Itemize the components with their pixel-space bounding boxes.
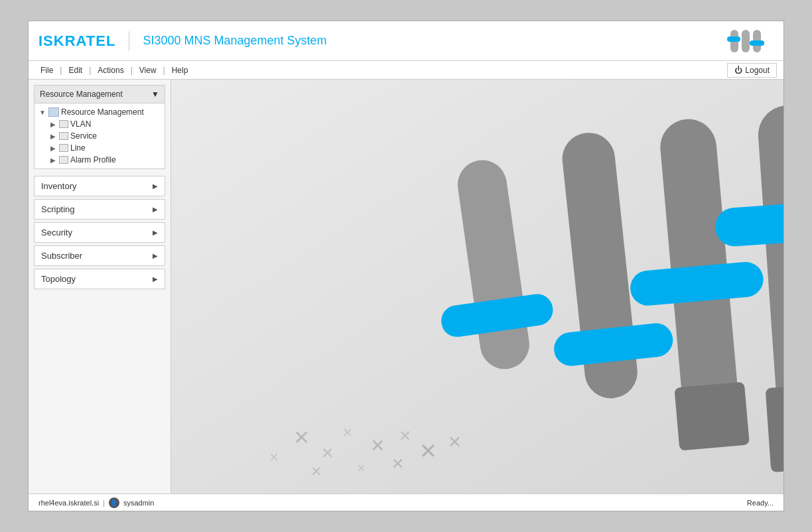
svg-text:✕: ✕: [399, 427, 411, 444]
tree-alarm-icon: [59, 156, 68, 164]
footer-right: Ready...: [747, 499, 774, 507]
svg-text:✕: ✕: [321, 444, 334, 462]
tree-line-toggle: ▶: [49, 145, 57, 152]
app-title: SI3000 MNS Management System: [143, 34, 326, 48]
svg-text:✕: ✕: [370, 435, 385, 456]
tree-item-alarm-profile[interactable]: ▶ Alarm Profile: [34, 154, 165, 166]
header-left: ISKRATEL SI3000 MNS Management System: [38, 31, 327, 51]
logout-label: Logout: [745, 66, 770, 75]
resource-tree: ▼ Resource Management ▶ VLAN ▶ Serv: [34, 103, 165, 168]
tree-vlan-icon: [59, 120, 68, 128]
svg-text:✕: ✕: [269, 450, 279, 464]
scripting-arrow-icon: ▶: [153, 206, 158, 213]
tree-line-icon: [59, 144, 68, 152]
tree-vlan-toggle: ▶: [49, 121, 57, 128]
svg-text:✕: ✕: [419, 439, 437, 463]
tree-root-label: Resource Management: [61, 107, 144, 117]
menu-view[interactable]: View: [134, 63, 162, 78]
footer: rhel4eva.iskratel.si | 👤 sysadmin Ready.…: [29, 494, 783, 511]
svg-text:✕: ✕: [342, 426, 353, 440]
svg-text:✕: ✕: [391, 455, 404, 472]
tree-item-service[interactable]: ▶ Service: [34, 130, 165, 142]
menu-sep-3: |: [129, 66, 134, 75]
tree-root-toggle: ▼: [38, 109, 46, 116]
menu-help[interactable]: Help: [167, 63, 194, 78]
svg-text:✕: ✕: [310, 464, 322, 479]
svg-rect-1: [742, 30, 750, 52]
footer-username: sysadmin: [123, 499, 154, 507]
svg-text:✕: ✕: [293, 427, 310, 448]
tree-item-vlan[interactable]: ▶ VLAN: [34, 118, 165, 130]
logo-iskratel: ISKRATEL: [38, 33, 115, 50]
sidebar-topology-label: Topology: [41, 274, 76, 284]
logout-button[interactable]: ⏻ Logout: [727, 63, 777, 78]
app-title-rest: Management System: [210, 34, 326, 47]
tree-vlan-label: VLAN: [70, 119, 91, 129]
sidebar-item-subscriber[interactable]: Subscriber ▶: [34, 245, 165, 266]
main: Resource Management ▼ ▼ Resource Managem…: [29, 80, 783, 494]
header: ISKRATEL SI3000 MNS Management System: [29, 21, 783, 61]
svg-rect-4: [750, 40, 764, 46]
footer-left: rhel4eva.iskratel.si | 👤 sysadmin: [38, 498, 154, 508]
header-logo-graphic: [727, 25, 774, 58]
inventory-arrow-icon: ▶: [153, 182, 158, 190]
svg-rect-22: [674, 382, 750, 451]
app-window: ISKRATEL SI3000 MNS Management System Fi…: [28, 21, 784, 511]
tree-root-resource-management[interactable]: ▼ Resource Management: [34, 106, 165, 118]
subscriber-arrow-icon: ▶: [153, 252, 158, 259]
svg-text:✕: ✕: [356, 462, 366, 475]
tree-alarm-label: Alarm Profile: [70, 155, 116, 165]
menu-actions[interactable]: Actions: [92, 63, 129, 78]
sidebar-inventory-label: Inventory: [41, 181, 76, 191]
tree-service-toggle: ▶: [49, 133, 57, 140]
menu-edit[interactable]: Edit: [63, 63, 88, 78]
sidebar-item-inventory[interactable]: Inventory ▶: [34, 176, 165, 196]
menu-file[interactable]: File: [35, 63, 58, 78]
logo-divider: [129, 31, 129, 51]
menu-sep-4: |: [162, 66, 167, 75]
sidebar-item-security[interactable]: Security ▶: [34, 222, 165, 243]
footer-sep-1: |: [103, 499, 105, 507]
footer-host: rhel4eva.iskratel.si: [38, 499, 99, 507]
sidebar-security-label: Security: [41, 228, 72, 237]
user-icon: 👤: [109, 498, 119, 508]
svg-text:✕: ✕: [448, 432, 462, 451]
app-title-cyan: SI3000 MNS: [143, 34, 210, 47]
tree-root-folder-icon: [48, 107, 59, 117]
tree-alarm-toggle: ▶: [49, 157, 57, 164]
footer-status: Ready...: [747, 499, 774, 507]
power-icon: ⏻: [734, 66, 742, 75]
sidebar-item-topology[interactable]: Topology ▶: [34, 269, 165, 289]
tree-service-label: Service: [70, 131, 97, 141]
content-area: ✕ ✕ ✕ ✕ ✕ ✕ ✕ ✕ ✕ ✕ ✕: [171, 80, 783, 494]
tree-service-icon: [59, 132, 68, 140]
chevron-down-icon: ▼: [151, 90, 159, 99]
topology-arrow-icon: ▶: [153, 275, 158, 283]
security-arrow-icon: ▶: [153, 229, 158, 236]
resource-management-panel: Resource Management ▼ ▼ Resource Managem…: [34, 85, 165, 169]
sidebar: Resource Management ▼ ▼ Resource Managem…: [29, 80, 171, 494]
background-graphic: ✕ ✕ ✕ ✕ ✕ ✕ ✕ ✕ ✕ ✕ ✕: [171, 80, 783, 494]
menu-sep-1: |: [58, 66, 63, 75]
menubar: File | Edit | Actions | View | Help ⏻ Lo…: [29, 61, 783, 80]
sidebar-item-scripting[interactable]: Scripting ▶: [34, 199, 165, 220]
sidebar-scripting-label: Scripting: [41, 204, 75, 214]
menu-sep-2: |: [88, 66, 92, 75]
resource-panel-title: Resource Management: [40, 90, 123, 99]
tree-item-line[interactable]: ▶ Line: [34, 142, 165, 154]
tree-line-label: Line: [70, 143, 86, 153]
svg-rect-3: [727, 36, 740, 42]
sidebar-subscriber-label: Subscriber: [41, 251, 82, 261]
resource-panel-header[interactable]: Resource Management ▼: [34, 86, 165, 103]
